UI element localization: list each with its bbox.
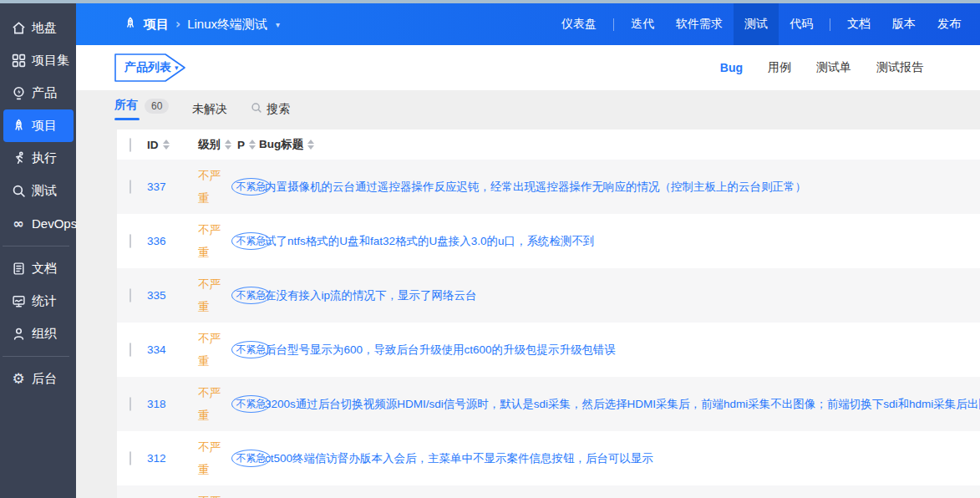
breadcrumb-section[interactable]: 项目	[144, 17, 169, 33]
chevron-down-icon: ▾	[175, 64, 179, 72]
nav-item-story[interactable]: 软件需求	[665, 3, 734, 45]
row-checkbox[interactable]	[129, 397, 131, 411]
sidebar-item-label: 执行	[32, 150, 57, 166]
table-row: 335 不严重 不紧急 在没有接入ip流的情况下，显示了网络云台	[117, 268, 980, 323]
sidebar-item-stats[interactable]: 统计	[0, 285, 76, 318]
bug-title-link[interactable]: 试了ntfs格式的U盘和fat32格式的U盘接入3.0的u口，系统检测不到	[265, 234, 595, 249]
sidebar-item-execution[interactable]: 执行	[0, 142, 76, 175]
priority-badge: 不紧急	[231, 450, 271, 467]
product-icon	[11, 86, 26, 100]
sidebar-item-label: 项目	[32, 118, 57, 134]
sidebar-item-label: 地盘	[32, 20, 57, 36]
sidebar-item-label: 组织	[32, 326, 57, 342]
bug-id-link[interactable]: 318	[147, 398, 198, 410]
subheader: 产品列表 ▾ Bug 用例 测试单 测试报告	[76, 45, 980, 90]
chevron-right-icon: ›	[175, 17, 180, 32]
sidebar-item-org[interactable]: 组织	[0, 318, 76, 350]
sidebar-item-dashboard[interactable]: 地盘	[0, 12, 76, 44]
filter-bar: 所有 60 未解决 搜索	[114, 98, 290, 120]
sort-icon[interactable]	[307, 140, 314, 150]
column-header-level[interactable]: 级别	[198, 137, 237, 152]
table-row: 334 不严重 不紧急 后台型号显示为600，导致后台升级使用ct600的升级包…	[117, 323, 980, 377]
sidebar-divider	[3, 246, 69, 246]
bug-id-link[interactable]: 312	[147, 452, 198, 465]
chevron-down-icon[interactable]: ▾	[276, 20, 280, 29]
subheader-tabs: Bug 用例 测试单 测试报告	[720, 45, 980, 90]
row-checkbox[interactable]	[129, 343, 131, 357]
filter-all-count-badge: 60	[145, 99, 169, 114]
severity-label: 不严重	[198, 165, 231, 210]
bug-title-link[interactable]: 在没有接入ip流的情况下，显示了网络云台	[265, 288, 477, 303]
sidebar-item-admin[interactable]: ⚙ 后台	[0, 363, 76, 395]
rocket-icon	[11, 119, 26, 133]
bug-id-link[interactable]: 336	[147, 235, 198, 247]
table-header-row: ID 级别 P Bug标题	[117, 130, 980, 160]
priority-badge: 不紧急	[231, 232, 271, 250]
search-label: 搜索	[267, 102, 290, 117]
sidebar-item-qa[interactable]: 测试	[0, 175, 76, 207]
sidebar-item-doc[interactable]: 文档	[0, 252, 76, 285]
bug-title-link[interactable]: 3200s通过后台切换视频源HDMI/sdi信号源时，默认是sdi采集，然后选择…	[265, 397, 980, 412]
sidebar-item-program[interactable]: 项目集	[0, 44, 76, 77]
nav-item-dashboard[interactable]: 仪表盘	[551, 3, 607, 45]
sidebar-item-project[interactable]: 项目	[3, 109, 74, 142]
search-button[interactable]: 搜索	[251, 102, 290, 117]
bug-id-link[interactable]: 334	[147, 343, 198, 356]
severity-label: 不严重	[198, 490, 231, 498]
nav-item-iteration[interactable]: 迭代	[620, 3, 665, 45]
sidebar-item-product[interactable]: 产品	[0, 77, 76, 109]
filter-all[interactable]: 所有 60	[114, 98, 169, 120]
bug-title-link[interactable]: 后台型号显示为600，导致后台升级使用ct600的升级包提示升级包错误	[265, 343, 616, 358]
severity-label: 不严重	[198, 328, 231, 373]
column-header-id[interactable]: ID	[147, 139, 198, 151]
run-icon	[11, 151, 26, 165]
sidebar-item-label: 项目集	[32, 53, 69, 69]
rocket-icon	[124, 17, 137, 33]
tab-testreport[interactable]: 测试报告	[876, 60, 923, 75]
home-icon	[11, 21, 26, 35]
nav-item-test[interactable]: 测试	[734, 3, 779, 45]
monitor-icon	[11, 294, 26, 308]
filter-all-label: 所有	[114, 98, 138, 120]
row-checkbox[interactable]	[129, 180, 131, 194]
column-header-title[interactable]: Bug标题	[259, 137, 980, 152]
table-row: 336 不严重 不紧急 试了ntfs格式的U盘和fat32格式的U盘接入3.0的…	[117, 214, 980, 268]
header-nav: 仪表盘 迭代 软件需求 测试 代码 文档 版本 发布	[551, 3, 980, 45]
nav-item-doc[interactable]: 文档	[836, 3, 881, 45]
grid-icon	[11, 53, 26, 68]
tab-case[interactable]: 用例	[768, 60, 791, 75]
nav-item-code[interactable]: 代码	[779, 3, 824, 45]
severity-label: 不严重	[198, 436, 231, 481]
filter-unresolved[interactable]: 未解决	[192, 102, 227, 117]
sort-icon[interactable]	[163, 140, 170, 150]
nav-item-release[interactable]: 发布	[927, 3, 972, 45]
sort-icon[interactable]	[225, 140, 231, 150]
bug-id-link[interactable]: 335	[147, 289, 198, 302]
table-row-partial: 不严重	[117, 485, 980, 498]
sidebar-item-label: 后台	[32, 371, 57, 387]
priority-badge: 不紧急	[231, 341, 271, 358]
select-all-checkbox[interactable]	[129, 138, 131, 152]
sidebar-divider	[3, 356, 69, 357]
document-icon	[11, 262, 26, 276]
tab-bug[interactable]: Bug	[720, 61, 743, 74]
breadcrumb-project[interactable]: Linux终端测试	[187, 17, 267, 33]
sidebar-item-devops[interactable]: ∞ DevOps	[0, 207, 76, 240]
severity-label: 不严重	[198, 382, 231, 427]
sort-icon[interactable]	[249, 140, 256, 150]
bug-title-link[interactable]: ct500终端信访督办版本入会后，主菜单中不显示案件信息按钮，后台可以显示	[265, 451, 653, 466]
view-switcher-button[interactable]: 产品列表 ▾	[114, 53, 186, 82]
bug-title-link[interactable]: 内置摄像机的云台通过遥控器操作反应迟钝，经常出现遥控器操作无响应的情况（控制主板…	[265, 180, 806, 195]
severity-label: 不严重	[198, 219, 231, 264]
app-window: 地盘 项目集 产品 项目 执行	[0, 0, 980, 498]
nav-item-build[interactable]: 版本	[881, 3, 927, 45]
bug-id-link[interactable]: 337	[147, 180, 198, 193]
row-checkbox[interactable]	[129, 288, 131, 302]
row-checkbox[interactable]	[129, 234, 131, 248]
priority-badge: 不紧急	[231, 287, 271, 304]
column-header-priority[interactable]: P	[237, 139, 259, 151]
row-checkbox[interactable]	[129, 451, 131, 465]
tab-testtask[interactable]: 测试单	[816, 60, 851, 75]
magnifier-icon	[11, 184, 26, 198]
top-navbar: 项目 › Linux终端测试 ▾ 仪表盘 迭代 软件需求 测试 代码 文档 版本…	[76, 3, 980, 45]
